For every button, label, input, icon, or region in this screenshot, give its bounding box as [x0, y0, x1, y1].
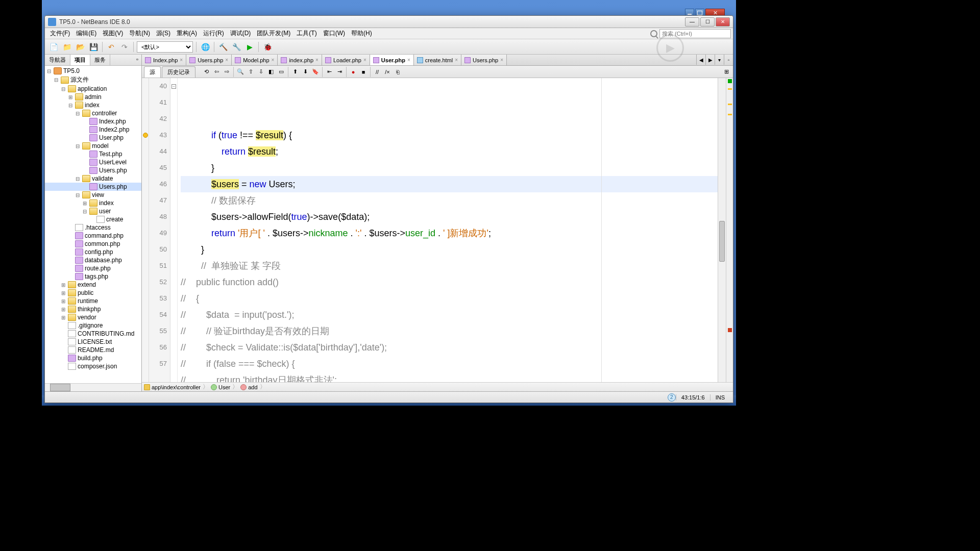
close-icon[interactable]: × — [500, 57, 503, 63]
file-tab[interactable]: Users.php× — [461, 55, 507, 65]
fold-column[interactable]: − — [170, 78, 178, 382]
close-icon[interactable]: × — [363, 57, 366, 63]
close-icon[interactable]: × — [272, 57, 275, 63]
forward-button[interactable]: ⇨ — [222, 67, 231, 77]
folder-icon — [144, 384, 150, 390]
close-icon[interactable]: × — [180, 57, 183, 63]
file-icon — [75, 224, 83, 231]
comment-button[interactable]: // — [373, 67, 382, 77]
error-marker-icon[interactable] — [728, 328, 732, 332]
macro-stop-button[interactable]: ■ — [359, 67, 368, 77]
menu-tools[interactable]: 工具(T) — [293, 28, 320, 39]
file-tab[interactable]: Users.php× — [186, 55, 232, 65]
file-tab-active[interactable]: User.php× — [370, 55, 414, 65]
tab-list-button[interactable]: ▾ — [715, 55, 724, 65]
debug-button[interactable]: 🐞 — [262, 41, 273, 53]
projects-tab[interactable]: 项目 — [70, 55, 90, 65]
split-button[interactable]: ⊞ — [722, 67, 731, 77]
macro-record-button[interactable]: ● — [349, 67, 358, 77]
search-input[interactable] — [659, 29, 731, 38]
menu-team[interactable]: 团队开发(M) — [254, 28, 293, 39]
php-file-icon — [464, 57, 471, 63]
services-tab[interactable]: 服务 — [90, 55, 110, 65]
file-tab[interactable]: Loader.php× — [322, 55, 370, 65]
new-project-button[interactable]: 📁 — [61, 41, 72, 53]
lightbulb-icon[interactable] — [143, 133, 148, 138]
config-select[interactable]: <默认> — [137, 41, 193, 53]
browser-button[interactable]: 🌐 — [200, 41, 211, 53]
menu-source[interactable]: 源(S) — [153, 28, 174, 39]
uncomment-button[interactable]: /× — [383, 67, 392, 77]
vertical-scrollbar[interactable] — [718, 78, 726, 382]
tab-maximize-button[interactable]: ▫ — [724, 55, 733, 65]
menu-run[interactable]: 运行(R) — [200, 28, 227, 39]
menu-refactor[interactable]: 重构(A) — [174, 28, 200, 39]
history-view-tab[interactable]: 历史记录 — [162, 66, 195, 78]
clean-build-button[interactable]: 🔧 — [231, 41, 242, 53]
back-button[interactable]: ⇦ — [212, 67, 221, 77]
breadcrumb-path[interactable]: app\index\controller — [144, 384, 201, 390]
close-icon[interactable]: × — [455, 57, 458, 63]
php-file-icon — [281, 57, 287, 63]
close-icon[interactable]: × — [407, 57, 410, 63]
tab-scroll-right-button[interactable]: ▶ — [705, 55, 715, 65]
redo-button[interactable]: ↷ — [119, 41, 130, 53]
error-stripe[interactable] — [726, 78, 733, 382]
next-bookmark-button[interactable]: ⬇ — [301, 67, 310, 77]
menu-edit[interactable]: 编辑(E) — [73, 28, 100, 39]
open-button[interactable]: 📂 — [75, 41, 86, 53]
code-editor[interactable]: 40414243 44454647 48495051 52535455 5657… — [142, 78, 733, 382]
file-tab[interactable]: index.php× — [278, 55, 322, 65]
menu-debug[interactable]: 调试(D) — [227, 28, 254, 39]
project-tree[interactable]: ⊟TP5.0 ⊟源文件 ⊟application ⊞admin ⊟index ⊟… — [45, 66, 141, 383]
file-tab[interactable]: Index.php× — [142, 55, 186, 65]
code-content[interactable]: if (true !== $result) { return $result; … — [178, 78, 718, 382]
goto-button[interactable]: ⎗ — [393, 67, 402, 77]
source-view-tab[interactable]: 源 — [144, 66, 161, 78]
file-tab[interactable]: create.html× — [414, 55, 461, 65]
find-prev-button[interactable]: ⇧ — [246, 67, 255, 77]
notifications-badge[interactable]: 2 — [668, 393, 676, 402]
toggle-highlight-button[interactable]: ◧ — [266, 67, 276, 77]
breadcrumb-method[interactable]: add — [240, 384, 257, 390]
undo-button[interactable]: ↶ — [106, 41, 117, 53]
menu-view[interactable]: 视图(V) — [100, 28, 126, 39]
folder-icon — [82, 142, 90, 149]
close-icon[interactable]: × — [225, 57, 228, 63]
panel-minimize-button[interactable]: ▫ — [133, 55, 141, 65]
project-panel: 导航器 项目 服务 ▫ ⊟TP5.0 ⊟源文件 ⊟application ⊞ad… — [45, 55, 142, 391]
save-all-button[interactable]: 💾 — [88, 41, 99, 53]
file-tab[interactable]: Model.php× — [232, 55, 278, 65]
breadcrumb: app\index\controller 〉 User 〉 add 〉 — [142, 382, 733, 391]
run-button[interactable]: ▶ — [244, 41, 255, 53]
file-icon — [68, 330, 76, 337]
menu-navigate[interactable]: 导航(N) — [126, 28, 153, 39]
toggle-rectangular-button[interactable]: ▭ — [277, 67, 286, 77]
prev-bookmark-button[interactable]: ⬆ — [290, 67, 300, 77]
ide-window: TP5.0 - NetBeans IDE 8.0 — ☐ ✕ 文件(F) 编辑(… — [44, 15, 733, 403]
toggle-bookmark-button[interactable]: 🔖 — [311, 67, 320, 77]
php-file-icon — [189, 57, 195, 63]
breadcrumb-class[interactable]: User — [211, 384, 230, 390]
navigator-tab[interactable]: 导航器 — [45, 55, 70, 65]
maximize-button[interactable]: ☐ — [700, 17, 715, 27]
tab-scroll-left-button[interactable]: ◀ — [696, 55, 705, 65]
menu-file[interactable]: 文件(F) — [47, 28, 73, 39]
menu-window[interactable]: 窗口(W) — [320, 28, 348, 39]
close-icon[interactable]: × — [315, 57, 318, 63]
find-selection-button[interactable]: 🔍 — [236, 67, 245, 77]
close-button[interactable]: ✕ — [716, 17, 730, 27]
shift-right-button[interactable]: ⇥ — [335, 67, 344, 77]
fold-toggle-icon[interactable]: − — [172, 84, 176, 89]
php-file-icon — [89, 151, 97, 158]
shift-left-button[interactable]: ⇤ — [325, 67, 334, 77]
new-file-button[interactable]: 📄 — [48, 41, 59, 53]
folder-icon — [89, 199, 97, 207]
minimize-button[interactable]: — — [685, 17, 699, 27]
tree-hscrollbar[interactable] — [45, 383, 141, 391]
last-edit-button[interactable]: ⟲ — [202, 67, 211, 77]
menu-help[interactable]: 帮助(H) — [348, 28, 375, 39]
find-next-button[interactable]: ⇩ — [256, 67, 265, 77]
php-file-icon — [89, 159, 97, 166]
build-button[interactable]: 🔨 — [217, 41, 229, 53]
